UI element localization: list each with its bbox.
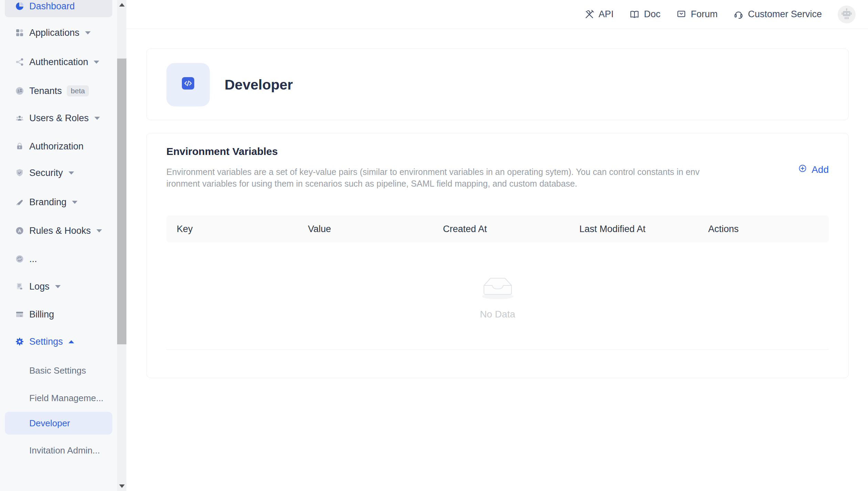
sidebar-item-authentication[interactable]: Authentication xyxy=(5,51,112,73)
sidebar-subitem-field-management[interactable]: Field Manageme... xyxy=(5,387,112,409)
add-button[interactable]: Add xyxy=(798,164,829,176)
gear-icon xyxy=(15,337,24,346)
sidebar-subitem-label: Developer xyxy=(29,418,70,429)
sidebar-item-more[interactable]: ... xyxy=(5,248,112,270)
sidebar-item-label: Tenants xyxy=(29,86,62,96)
sidebar-item-rules-hooks[interactable]: A Rules & Hooks xyxy=(5,220,112,242)
customer-service-link[interactable]: Customer Service xyxy=(733,9,822,20)
chevron-up-icon xyxy=(69,340,74,343)
sync-icon xyxy=(15,254,24,263)
logs-icon xyxy=(15,282,24,291)
section-title: Environment Variables xyxy=(166,146,278,157)
developer-icon-tile xyxy=(166,63,210,106)
sidebar-item-label: Authentication xyxy=(29,57,88,67)
sidebar-item-billing[interactable]: Billing xyxy=(5,303,112,325)
chevron-down-icon xyxy=(69,171,74,175)
column-header-created-at: Created At xyxy=(443,224,579,234)
sidebar-item-authorization[interactable]: Authorization xyxy=(5,135,112,157)
pie-chart-icon xyxy=(15,2,24,11)
sidebar-item-settings[interactable]: Settings xyxy=(5,331,112,353)
api-label: API xyxy=(599,9,614,20)
tenant-icon xyxy=(15,86,24,95)
share-icon xyxy=(15,58,24,66)
section-description: Environment variables are a set of key-v… xyxy=(166,166,742,189)
user-avatar[interactable] xyxy=(838,6,856,23)
sidebar-item-security[interactable]: Security xyxy=(5,162,112,184)
beta-badge: beta xyxy=(67,85,89,96)
sidebar-subitem-invitation-admin[interactable]: Invitation Admin... xyxy=(5,439,112,462)
main-content: Developer Environment Variables Environm… xyxy=(126,29,868,491)
table-bottom-divider xyxy=(166,349,829,350)
api-link[interactable]: API xyxy=(584,9,614,20)
chevron-down-icon xyxy=(94,117,100,120)
sidebar-subitem-developer[interactable]: Developer xyxy=(5,412,112,435)
scroll-down-arrow-icon[interactable] xyxy=(117,481,126,491)
chevron-down-icon xyxy=(94,61,99,64)
chevron-down-icon xyxy=(72,201,78,204)
add-button-label: Add xyxy=(812,164,829,175)
section-description-line2: ironment variables for using them in sce… xyxy=(166,178,742,189)
app-root: Dashboard Applications Authentication Te… xyxy=(0,0,868,491)
paint-brush-icon xyxy=(15,198,24,207)
headset-icon xyxy=(733,9,744,20)
sidebar-item-label: Branding xyxy=(29,197,66,208)
sidebar-item-label: Rules & Hooks xyxy=(29,226,91,236)
empty-state-label: No Data xyxy=(480,309,515,320)
sidebar-item-label: Billing xyxy=(29,309,54,320)
doc-label: Doc xyxy=(644,9,660,20)
sidebar-item-label: Users & Roles xyxy=(29,113,89,124)
sidebar-item-label: Logs xyxy=(29,281,50,292)
scroll-up-arrow-icon[interactable] xyxy=(117,0,126,10)
column-header-value: Value xyxy=(308,224,443,234)
shield-check-icon xyxy=(15,168,24,177)
book-icon xyxy=(629,9,640,20)
svg-text:A: A xyxy=(18,228,21,233)
column-header-key: Key xyxy=(166,224,308,234)
sidebar-item-users-roles[interactable]: Users & Roles xyxy=(5,107,112,129)
sidebar-item-label: Applications xyxy=(29,28,80,38)
empty-state: No Data xyxy=(166,242,829,349)
sidebar-item-branding[interactable]: Branding xyxy=(5,191,112,213)
doc-link[interactable]: Doc xyxy=(629,9,660,20)
page-title: Developer xyxy=(225,49,293,121)
chevron-down-icon xyxy=(85,31,91,34)
empty-box-icon xyxy=(477,272,518,303)
customer-service-label: Customer Service xyxy=(748,9,822,20)
top-bar: API Doc Forum Customer Service xyxy=(126,0,868,29)
scrollbar-thumb[interactable] xyxy=(117,59,126,344)
sidebar-item-label: Security xyxy=(29,168,63,178)
forum-link[interactable]: Forum xyxy=(676,9,717,20)
sidebar-item-logs[interactable]: Logs xyxy=(5,275,112,297)
forum-label: Forum xyxy=(691,9,717,20)
sidebar-item-label: Settings xyxy=(29,336,63,347)
sidebar: Dashboard Applications Authentication Te… xyxy=(0,0,117,491)
sidebar-item-applications[interactable]: Applications xyxy=(5,22,112,44)
lock-icon xyxy=(15,142,24,151)
column-header-last-modified-at: Last Modified At xyxy=(579,224,708,234)
column-header-actions: Actions xyxy=(708,224,829,234)
table-header-row: Key Value Created At Last Modified At Ac… xyxy=(166,216,829,242)
robot-icon xyxy=(838,5,856,24)
circle-a-icon: A xyxy=(15,226,24,235)
sidebar-subitem-basic-settings[interactable]: Basic Settings xyxy=(5,359,112,382)
chat-icon xyxy=(676,9,686,20)
sidebar-item-dashboard[interactable]: Dashboard xyxy=(5,0,112,17)
plus-circle-icon xyxy=(798,164,807,176)
sidebar-item-label: ... xyxy=(29,254,37,264)
environment-variables-card: Environment Variables Environment variab… xyxy=(146,133,849,378)
credit-card-icon xyxy=(15,310,24,319)
sidebar-item-tenants[interactable]: Tenants beta xyxy=(5,80,112,102)
tools-icon xyxy=(584,9,595,20)
page-title-card: Developer xyxy=(146,49,849,120)
sidebar-subitem-label: Basic Settings xyxy=(29,365,86,376)
sidebar-item-label: Dashboard xyxy=(29,1,75,12)
sidebar-subitem-label: Field Manageme... xyxy=(29,393,103,404)
sidebar-subitem-label: Invitation Admin... xyxy=(29,445,100,456)
code-icon xyxy=(182,77,194,90)
sidebar-scrollbar[interactable] xyxy=(117,0,126,491)
team-icon xyxy=(15,114,24,123)
section-description-line1: Environment variables are a set of key-v… xyxy=(166,166,742,178)
chevron-down-icon xyxy=(55,285,61,288)
sidebar-item-label: Authorization xyxy=(29,141,84,152)
chevron-down-icon xyxy=(96,229,102,232)
